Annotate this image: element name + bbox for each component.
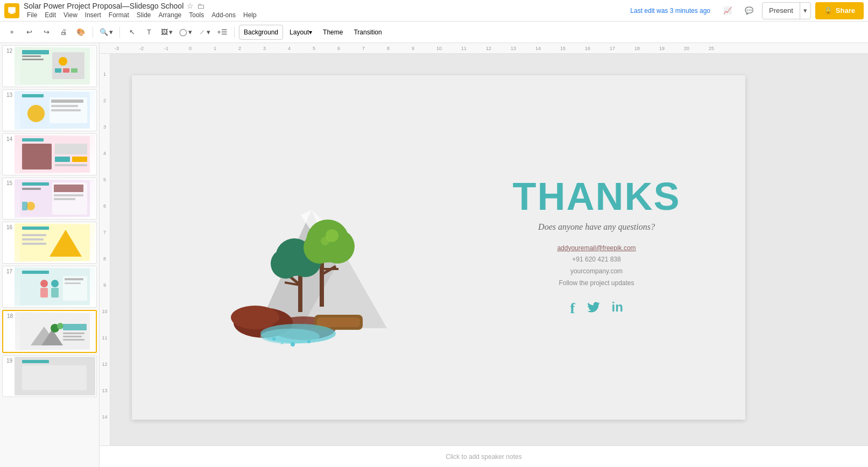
zoom-control[interactable]: 🔍 ▾: [97, 25, 115, 40]
svg-rect-58: [63, 339, 84, 341]
svg-rect-2: [10, 13, 15, 14]
theme-button[interactable]: Theme: [319, 25, 347, 40]
redo-button[interactable]: ↪: [39, 25, 54, 40]
layout-button[interactable]: Layout▾: [285, 25, 316, 40]
separator-2: [119, 27, 120, 38]
ruler-horizontal: -3 -2 -1 0 1 2 3 4 5 6 7 8 9 10 11 12 13…: [100, 43, 868, 54]
slide-wrapper: THANKS Does anyone have any questions? a…: [121, 65, 756, 435]
line-tool[interactable]: ⟋▾: [196, 25, 213, 40]
ruler-h-mark: 2: [238, 46, 263, 51]
contact-info: addyouremail@freepik.com +91 620 421 838…: [557, 243, 636, 289]
slide-num-17: 17: [4, 267, 12, 274]
present-arrow[interactable]: ▾: [800, 3, 810, 19]
print-button[interactable]: 🖨: [56, 25, 71, 40]
svg-rect-25: [55, 164, 87, 166]
image-tool[interactable]: 🖼▾: [159, 25, 175, 40]
menu-help[interactable]: Help: [240, 10, 260, 20]
menu-file[interactable]: File: [24, 10, 40, 20]
comments-icon[interactable]: 💬: [740, 2, 758, 19]
slide-thumb-12[interactable]: 12: [2, 45, 97, 87]
slide-thumb-14[interactable]: 14: [2, 133, 97, 175]
svg-rect-21: [22, 144, 52, 169]
svg-point-91: [316, 339, 318, 341]
svg-rect-31: [54, 194, 83, 196]
ruler-v-mark: 5: [103, 178, 106, 182]
ruler-v-mark: 4: [103, 151, 106, 156]
ruler-h-mark: 5: [313, 46, 337, 51]
canvas-container[interactable]: 1 2 3 4 5 6 7 8 9 10 11 12 13 14: [100, 54, 868, 445]
svg-rect-56: [63, 332, 84, 334]
facebook-icon[interactable]: f: [570, 300, 575, 318]
menu-arrange[interactable]: Arrange: [156, 10, 185, 20]
svg-rect-0: [8, 7, 16, 13]
svg-point-87: [281, 342, 283, 344]
canvas-area: -3 -2 -1 0 1 2 3 4 5 6 7 8 9 10 11 12 13…: [100, 43, 868, 467]
ruler-v-mark: 14: [102, 415, 107, 420]
paint-format-button[interactable]: 🎨: [73, 25, 88, 40]
line-icon: ⟋: [199, 28, 206, 36]
star-icon[interactable]: ☆: [187, 2, 194, 10]
svg-rect-32: [54, 198, 75, 200]
twitter-icon[interactable]: [586, 300, 601, 318]
svg-rect-27: [22, 182, 49, 186]
slide-thumb-15[interactable]: 15: [2, 178, 97, 220]
title-text: Solar Power Project Proposal—Slidesgo Sc…: [24, 2, 184, 10]
ruler-h-mark: -1: [164, 46, 189, 51]
notes-area[interactable]: ··· Click to add speaker notes: [100, 445, 868, 467]
background-button[interactable]: Background: [239, 25, 283, 40]
cursor-tool[interactable]: ↖: [124, 25, 139, 40]
slide-thumb-19[interactable]: 19: [2, 355, 97, 397]
app-icon[interactable]: [4, 3, 19, 18]
menu-tools[interactable]: Tools: [186, 10, 207, 20]
svg-rect-10: [63, 68, 69, 73]
svg-rect-36: [22, 227, 49, 230]
activity-icon[interactable]: 📈: [719, 2, 736, 19]
present-button[interactable]: Present ▾: [762, 2, 811, 19]
ruler-h-mark: 17: [610, 46, 634, 51]
ruler-v-mark: 2: [103, 98, 106, 103]
slide-thumb-13[interactable]: 13: [2, 89, 97, 131]
svg-rect-40: [22, 243, 46, 245]
slide-preview-14: [15, 135, 95, 174]
svg-point-85: [260, 329, 320, 344]
shapes-tool[interactable]: ◯▾: [177, 25, 194, 40]
menu-addons[interactable]: Add-ons: [208, 10, 239, 20]
nature-illustration: [215, 145, 387, 350]
text-tool[interactable]: T: [142, 25, 157, 40]
share-button[interactable]: 🔒 Share: [815, 2, 864, 19]
transition-button[interactable]: Transition: [349, 25, 386, 40]
svg-rect-23: [55, 157, 70, 162]
ruler-h-mark: 12: [486, 46, 511, 51]
ruler-h-mark: 7: [362, 46, 387, 51]
svg-rect-39: [22, 238, 44, 240]
slide-num-13: 13: [4, 91, 12, 98]
slide-canvas[interactable]: THANKS Does anyone have any questions? a…: [132, 75, 745, 420]
menu-format[interactable]: Format: [105, 10, 132, 20]
slide-num-14: 14: [4, 135, 12, 142]
undo-button[interactable]: ↩: [22, 25, 37, 40]
slide-illustration: [132, 145, 469, 350]
notes-placeholder[interactable]: Click to add speaker notes: [446, 453, 521, 461]
svg-rect-57: [63, 336, 82, 337]
main-area: 12 13: [0, 43, 868, 467]
menu-insert[interactable]: Insert: [82, 10, 104, 20]
ruler-h-mark: 9: [412, 46, 436, 51]
ruler-v-mark: 11: [102, 336, 107, 341]
linkedin-icon[interactable]: in: [612, 300, 623, 318]
slide-preview-15: [15, 179, 95, 218]
slide-thumb-18[interactable]: 18: [2, 310, 97, 353]
folder-icon[interactable]: 🗀: [197, 2, 204, 10]
menu-slide[interactable]: Slide: [133, 10, 154, 20]
comment-tool[interactable]: +☰: [215, 25, 230, 40]
slide-thumb-16[interactable]: 16: [2, 222, 97, 264]
slide-thumb-17[interactable]: 17: [2, 266, 97, 308]
svg-rect-6: [22, 59, 44, 60]
share-label: Share: [836, 6, 855, 15]
menu-edit[interactable]: Edit: [41, 10, 59, 20]
menu-view[interactable]: View: [60, 10, 81, 20]
svg-point-88: [291, 342, 295, 346]
add-button[interactable]: +: [4, 25, 19, 40]
ruler-v-mark: 13: [102, 388, 107, 393]
svg-rect-28: [22, 188, 41, 190]
svg-point-54: [57, 323, 63, 329]
